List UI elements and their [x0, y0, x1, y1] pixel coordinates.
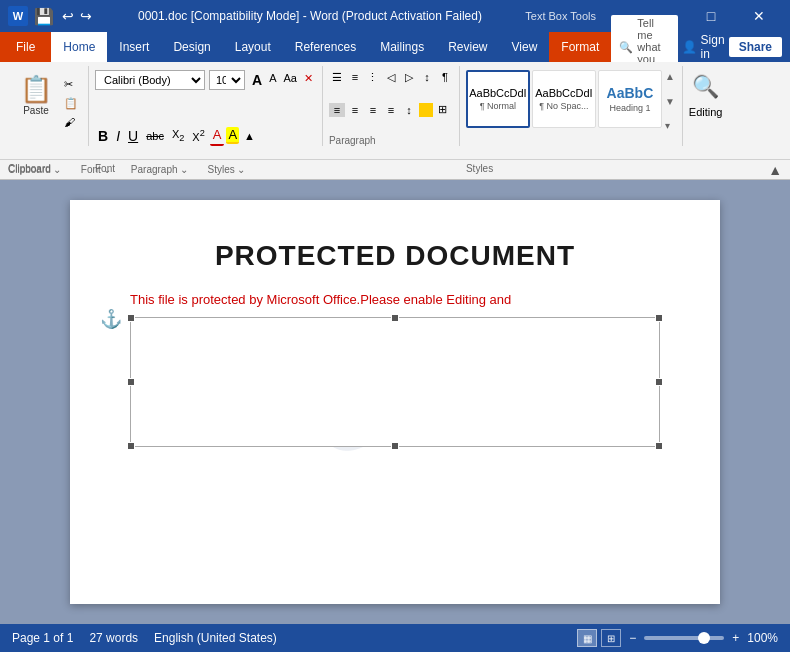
shading-button[interactable]: ▲: [241, 128, 258, 144]
undo-redo-group: ↩ ↪: [60, 6, 94, 26]
style-nospace[interactable]: AaBbCcDdI ¶ No Spac...: [532, 70, 596, 128]
zoom-in-button[interactable]: +: [732, 631, 739, 645]
clear-format-button[interactable]: ✕: [301, 70, 316, 90]
home-menu[interactable]: Home: [51, 32, 107, 62]
strikethrough-button[interactable]: abc: [143, 128, 167, 144]
handle-bottom-right[interactable]: [655, 442, 663, 450]
view-menu[interactable]: View: [500, 32, 550, 62]
highlight-button[interactable]: A: [226, 127, 239, 144]
numbering-button[interactable]: ≡: [347, 70, 363, 84]
show-marks-button[interactable]: ¶: [437, 70, 453, 84]
bold-button[interactable]: B: [95, 126, 111, 146]
copy-button[interactable]: 📋: [60, 95, 82, 112]
superscript-button[interactable]: X2: [189, 126, 207, 145]
align-right-button[interactable]: ≡: [365, 103, 381, 117]
align-center-button[interactable]: ≡: [347, 103, 363, 117]
paragraph-label: Paragraph: [329, 135, 376, 146]
undo-icon[interactable]: ↩: [60, 6, 76, 26]
justify-button[interactable]: ≡: [383, 103, 399, 117]
save-icon[interactable]: 💾: [34, 7, 54, 26]
handle-bottom-left[interactable]: [127, 442, 135, 450]
web-layout-button[interactable]: ⊞: [601, 629, 621, 647]
editing-label: Editing: [689, 106, 723, 118]
ribbon-wrapper: 📋 Paste ✂ 📋 🖌 Clipboard Calibri (Body) 1…: [0, 62, 790, 180]
increase-indent-button[interactable]: ▷: [401, 70, 417, 84]
para-row-1: ☰ ≡ ⋮ ◁ ▷ ↕ ¶: [329, 70, 453, 84]
para-row-2: ≡ ≡ ≡ ≡ ↕ ⊞: [329, 103, 451, 117]
cut-button[interactable]: ✂: [60, 76, 82, 93]
styles-section-label[interactable]: Styles ⌄: [208, 164, 245, 175]
font-size-select[interactable]: 10.5: [209, 70, 245, 90]
sort-button[interactable]: ↕: [419, 70, 435, 84]
review-menu[interactable]: Review: [436, 32, 499, 62]
ribbon: 📋 Paste ✂ 📋 🖌 Clipboard Calibri (Body) 1…: [0, 62, 790, 160]
redo-icon[interactable]: ↪: [78, 6, 94, 26]
shading-para-button[interactable]: [419, 103, 433, 117]
insert-menu[interactable]: Insert: [107, 32, 161, 62]
paste-button[interactable]: 📋 Paste: [14, 70, 58, 120]
decrease-indent-button[interactable]: ◁: [383, 70, 399, 84]
ribbon-bottom: Clipboard ⌄ Font ⌄ Paragraph ⌄ Styles ⌄ …: [0, 160, 790, 180]
collapse-ribbon-button[interactable]: ▲: [768, 162, 782, 178]
sign-in-button[interactable]: 👤 Sign in: [682, 33, 725, 61]
grow-font-button[interactable]: A: [249, 70, 265, 90]
mailings-menu[interactable]: Mailings: [368, 32, 436, 62]
window-title: 0001.doc [Compatibility Mode] - Word (Pr…: [94, 9, 640, 23]
print-layout-button[interactable]: ▦: [577, 629, 597, 647]
handle-top-left[interactable]: [127, 314, 135, 322]
handle-bottom-middle[interactable]: [391, 442, 399, 450]
text-box[interactable]: [130, 317, 660, 447]
document-page: OTZ ⚓ PROTECTED DOCUMENT This file is pr…: [70, 200, 720, 604]
editing-group: 🔍 Editing: [683, 66, 729, 146]
font-family-select[interactable]: Calibri (Body): [95, 70, 205, 90]
document-area: OTZ ⚓ PROTECTED DOCUMENT This file is pr…: [0, 180, 790, 624]
bullets-button[interactable]: ☰: [329, 70, 345, 84]
style-heading1[interactable]: AaBbC Heading 1: [598, 70, 662, 128]
zoom-thumb[interactable]: [698, 632, 710, 644]
word-count: 27 words: [89, 631, 138, 645]
references-menu[interactable]: References: [283, 32, 368, 62]
close-button[interactable]: ✕: [736, 0, 782, 32]
paragraph-group: ☰ ≡ ⋮ ◁ ▷ ↕ ¶ ≡ ≡ ≡ ≡ ↕ ⊞ Paragraph: [323, 66, 460, 146]
handle-top-middle[interactable]: [391, 314, 399, 322]
handle-top-right[interactable]: [655, 314, 663, 322]
underline-button[interactable]: U: [125, 126, 141, 146]
styles-scroll: ▲ ▼ ▾: [664, 70, 676, 132]
clipboard-group: 📋 Paste ✂ 📋 🖌 Clipboard: [8, 66, 89, 146]
page-info: Page 1 of 1: [12, 631, 73, 645]
menu-bar-right: 🔍 Tell me what you w... 👤 Sign in Share: [611, 32, 790, 62]
maximize-button[interactable]: □: [688, 0, 734, 32]
format-menu[interactable]: Format: [549, 32, 611, 62]
style-normal[interactable]: AaBbCcDdI ¶ Normal: [466, 70, 530, 128]
styles-expand[interactable]: ▾: [664, 119, 676, 132]
italic-button[interactable]: I: [113, 126, 123, 146]
format-painter-button[interactable]: 🖌: [60, 114, 82, 130]
line-spacing-button[interactable]: ↕: [401, 103, 417, 117]
shrink-font-button[interactable]: A: [266, 70, 279, 90]
font-color-button[interactable]: A: [210, 125, 225, 146]
paragraph-section-label[interactable]: Paragraph ⌄: [131, 164, 188, 175]
menu-bar: File Home Insert Design Layout Reference…: [0, 32, 790, 62]
protected-text: This file is protected by Microsoft Offi…: [130, 292, 660, 307]
styles-scroll-down[interactable]: ▼: [664, 95, 676, 108]
share-button[interactable]: Share: [729, 37, 782, 57]
status-right: ▦ ⊞ − + 100%: [577, 629, 778, 647]
handle-middle-left[interactable]: [127, 378, 135, 386]
change-case-button[interactable]: Aa: [280, 70, 299, 90]
layout-menu[interactable]: Layout: [223, 32, 283, 62]
multilevel-button[interactable]: ⋮: [365, 70, 381, 84]
styles-scroll-up[interactable]: ▲: [664, 70, 676, 83]
anchor-icon[interactable]: ⚓: [100, 308, 122, 330]
textbox-tools-label: Text Box Tools: [525, 10, 596, 22]
zoom-out-button[interactable]: −: [629, 631, 636, 645]
file-menu[interactable]: File: [0, 32, 51, 62]
title-bar-left: W 💾 ↩ ↪: [8, 6, 94, 26]
zoom-slider[interactable]: [644, 636, 724, 640]
status-left: Page 1 of 1 27 words English (United Sta…: [12, 631, 277, 645]
subscript-button[interactable]: X2: [169, 126, 187, 145]
handle-middle-right[interactable]: [655, 378, 663, 386]
align-left-button[interactable]: ≡: [329, 103, 345, 117]
design-menu[interactable]: Design: [161, 32, 222, 62]
styles-box: AaBbCcDdI ¶ Normal AaBbCcDdI ¶ No Spac..…: [466, 70, 662, 128]
borders-button[interactable]: ⊞: [435, 103, 451, 117]
